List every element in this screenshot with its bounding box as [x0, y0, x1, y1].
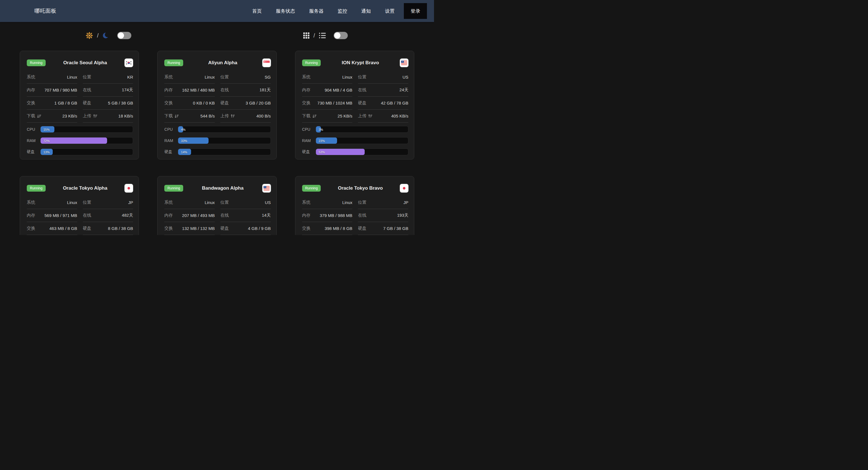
stat-label-disk: 硬盘 [358, 226, 366, 231]
flag-us-icon [262, 184, 271, 192]
stat-upload: 上传405 KB/s [358, 109, 408, 123]
stat-uptime: 在线193天 [358, 209, 408, 222]
server-name: Oracle Tokyo Bravo [321, 185, 400, 191]
stat-label-upload: 上传 [220, 113, 235, 119]
stat-location: 位置KR [83, 71, 133, 84]
stat-value-uptime: 482天 [122, 213, 133, 218]
flag-sg-icon [262, 59, 271, 67]
stat-label-disk: 硬盘 [83, 226, 91, 231]
stat-label-memory: 内存 [302, 87, 311, 93]
login-button[interactable]: 登录 [404, 3, 427, 19]
stat-location: 位置US [220, 196, 271, 209]
stat-memory: 内存569 MB / 971 MB [27, 209, 77, 222]
stat-memory: 内存904 MB / 4 GB [302, 84, 352, 97]
nav-item-0[interactable]: 首页 [252, 8, 262, 14]
stat-memory: 内存162 MB / 480 MB [164, 84, 215, 97]
stat-row: 交换1 GB / 8 GB硬盘5 GB / 38 GB [27, 97, 133, 109]
ram-bar-track: 72% [40, 137, 133, 144]
nav-item-1[interactable]: 服务状态 [276, 8, 295, 14]
stat-value-disk: 3 GB / 20 GB [245, 101, 271, 105]
layout-switch[interactable] [334, 32, 348, 39]
server-name: Oracle Seoul Alpha [45, 60, 125, 66]
stat-value-swap: 730 MB / 1024 MB [317, 101, 352, 105]
stat-label-os: 系统 [302, 200, 311, 205]
stat-row: 内存207 MB / 493 MB在线14天 [164, 209, 271, 222]
server-name: ION Krypt Bravo [321, 60, 400, 66]
stat-memory: 内存707 MB / 980 MB [27, 84, 77, 97]
stat-disk: 硬盘7 GB / 38 GB [358, 222, 408, 235]
stat-uptime: 在线14天 [220, 209, 271, 222]
stat-row: 系统Linux位置US [302, 71, 408, 84]
card-header: Running ION Krypt Bravo [302, 57, 408, 69]
separator-slash: / [97, 32, 99, 39]
stat-download: 下载544 B/s [164, 109, 215, 123]
stat-label-os: 系统 [164, 200, 173, 205]
stat-label-memory: 内存 [27, 213, 35, 218]
ram-bar-label: RAM [164, 138, 178, 143]
stat-label-os: 系统 [302, 74, 311, 80]
card-header: Running Aliyun Alpha [164, 57, 271, 69]
card-header: Running Oracle Tokyo Alpha [27, 182, 133, 194]
stat-label-location: 位置 [358, 200, 366, 205]
stat-value-memory: 207 MB / 493 MB [182, 213, 215, 218]
stat-value-disk: 8 GB / 38 GB [108, 226, 133, 231]
ram-bar-row: RAM72% [27, 137, 133, 144]
stat-download: 下载23 KB/s [27, 109, 77, 123]
stats: 系统Linux位置KR内存707 MB / 980 MB在线174天交换1 GB… [27, 71, 133, 123]
stat-value-uptime: 174天 [122, 87, 133, 93]
stat-disk: 硬盘4 GB / 9 GB [220, 222, 271, 235]
nav-item-5[interactable]: 设置 [385, 8, 395, 14]
flag-jp-icon [125, 184, 133, 192]
ram-bar-row: RAM33% [164, 137, 271, 144]
stat-os: 系统Linux [164, 196, 215, 209]
stat-value-os: Linux [205, 75, 215, 80]
nav-item-4[interactable]: 通知 [361, 8, 371, 14]
stat-value-upload: 18 KB/s [118, 114, 133, 118]
stat-row: 交换398 MB / 8 GB硬盘7 GB / 38 GB [302, 222, 408, 235]
stat-row: 交换0 KB / 0 KB硬盘3 GB / 20 GB [164, 97, 271, 109]
stat-value-os: Linux [205, 200, 215, 205]
stat-value-uptime: 193天 [397, 213, 408, 218]
disk_usage-bar-label: 硬盘 [302, 149, 316, 154]
disk_usage-bar-percent: 53% [319, 149, 325, 155]
flag-kr-icon [125, 59, 133, 67]
stat-label-os: 系统 [27, 74, 35, 80]
stat-label-os: 系统 [164, 74, 173, 80]
status-badge: Running [27, 185, 45, 192]
stat-swap: 交换730 MB / 1024 MB [302, 97, 352, 109]
stat-row: 内存707 MB / 980 MB在线174天 [27, 84, 133, 97]
sort-amount-up-icon [93, 115, 97, 118]
status-badge: Running [164, 185, 183, 192]
nav-item-3[interactable]: 监控 [338, 8, 347, 14]
usage-bars: CPU3%RAM23%硬盘53% [302, 126, 408, 155]
stat-value-swap: 1 GB / 8 GB [54, 101, 77, 105]
stat-label-memory: 内存 [302, 213, 311, 218]
stat-memory: 内存379 MB / 988 MB [302, 209, 352, 222]
stat-value-uptime: 14天 [262, 213, 271, 218]
disk_usage-bar-track: 53% [316, 149, 408, 155]
status-badge: Running [302, 185, 321, 192]
server-grid: Running Oracle Seoul Alpha 系统Linux位置KR内存… [20, 51, 414, 235]
stat-label-swap: 交换 [302, 100, 311, 106]
stat-os: 系统Linux [27, 71, 77, 84]
app-title: 哪吒面板 [34, 7, 56, 14]
stat-disk: 硬盘8 GB / 38 GB [83, 222, 133, 235]
stat-value-swap: 132 MB / 132 MB [182, 226, 215, 231]
theme-switch[interactable] [117, 32, 131, 39]
disk_usage-bar-track: 13% [40, 149, 133, 155]
server-name: Oracle Tokyo Alpha [45, 185, 125, 191]
stat-swap: 交换463 MB / 8 GB [27, 222, 77, 235]
stat-value-os: Linux [342, 200, 352, 205]
disk_usage-bar-label: 硬盘 [27, 149, 40, 154]
stat-label-disk: 硬盘 [358, 100, 366, 106]
cpu-bar-track: 3% [316, 126, 408, 133]
stat-label-disk: 硬盘 [83, 100, 91, 106]
nav-item-2[interactable]: 服务器 [309, 8, 323, 14]
stat-upload: 上传400 B/s [220, 109, 271, 123]
ram-bar-percent: 72% [43, 137, 50, 144]
stat-os: 系统Linux [164, 71, 215, 84]
cpu-bar-track: 15% [40, 126, 133, 133]
stat-row: 系统Linux位置JP [302, 196, 408, 209]
stat-label-location: 位置 [83, 74, 91, 80]
stat-value-location: KR [127, 75, 133, 80]
